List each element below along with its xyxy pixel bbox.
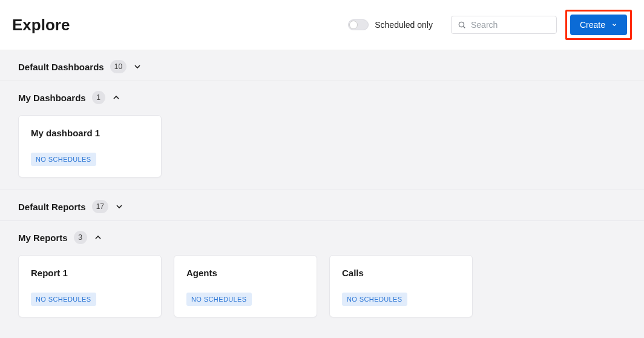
section-title: Default Reports [18, 202, 86, 212]
svg-point-0 [459, 22, 464, 27]
count-badge: 3 [74, 231, 87, 244]
content-area: Default Dashboards 10 My Dashboards 1 My… [0, 50, 644, 338]
card-title: Agents [186, 268, 304, 278]
report-card[interactable]: Calls NO SCHEDULES [329, 255, 473, 317]
schedule-tag: NO SCHEDULES [342, 293, 407, 306]
scheduled-only-label: Scheduled only [375, 20, 433, 30]
create-button-label: Create [580, 20, 605, 30]
card-title: Calls [342, 268, 460, 278]
section-title: Default Dashboards [18, 62, 104, 72]
search-field[interactable] [451, 16, 557, 34]
card-title: Report 1 [31, 268, 149, 278]
section-default-dashboards[interactable]: Default Dashboards 10 [0, 50, 644, 81]
chevron-up-icon [93, 233, 103, 242]
chevron-down-icon [133, 62, 142, 71]
section-default-reports[interactable]: Default Reports 17 [0, 190, 644, 220]
section-title: My Dashboards [18, 93, 86, 103]
scheduled-only-toggle-wrap: Scheduled only [348, 19, 433, 30]
create-button-highlight: Create [565, 10, 632, 40]
count-badge: 10 [110, 60, 126, 73]
count-badge: 1 [92, 91, 105, 104]
page-title: Explore [12, 16, 70, 35]
search-icon [458, 21, 466, 29]
report-card[interactable]: Report 1 NO SCHEDULES [18, 255, 162, 317]
svg-line-1 [463, 26, 465, 28]
section-title: My Reports [18, 233, 68, 243]
chevron-up-icon [111, 93, 121, 102]
scheduled-only-toggle[interactable] [348, 19, 369, 30]
section-my-dashboards[interactable]: My Dashboards 1 [0, 81, 644, 111]
section-my-reports[interactable]: My Reports 3 [0, 221, 644, 251]
schedule-tag: NO SCHEDULES [186, 293, 252, 306]
schedule-tag: NO SCHEDULES [31, 293, 96, 306]
toggle-knob [349, 21, 358, 29]
schedule-tag: NO SCHEDULES [31, 153, 96, 166]
dashboard-card[interactable]: My dashboard 1 NO SCHEDULES [18, 115, 162, 177]
chevron-down-icon [611, 22, 617, 28]
report-card[interactable]: Agents NO SCHEDULES [174, 255, 317, 317]
my-dashboards-cards: My dashboard 1 NO SCHEDULES [0, 111, 644, 190]
card-title: My dashboard 1 [31, 128, 149, 138]
my-reports-cards: Report 1 NO SCHEDULES Agents NO SCHEDULE… [0, 251, 644, 330]
search-input[interactable] [471, 20, 550, 30]
count-badge: 17 [92, 200, 108, 213]
page-header: Explore Scheduled only Create [0, 0, 644, 50]
chevron-down-icon [114, 202, 124, 211]
create-button[interactable]: Create [570, 15, 627, 35]
